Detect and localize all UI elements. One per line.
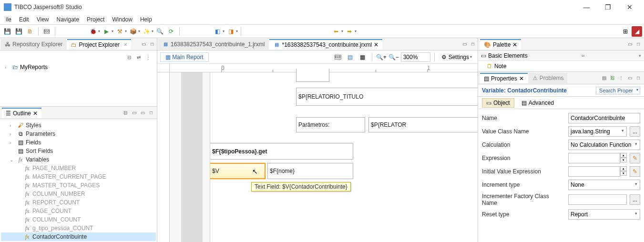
maximize-view-icon[interactable]: □ [148, 40, 156, 48]
perspective-icon[interactable]: ⊞ [620, 26, 631, 37]
tab-close-icon[interactable]: ✕ [374, 41, 378, 48]
tree-var-master-total[interactable]: fxMASTER_TOTAL_PAGES [1, 181, 156, 190]
tab-properties[interactable]: ▤ Properties ✕ [480, 73, 528, 83]
search-icon[interactable]: 🔍 [154, 26, 165, 37]
forward-icon[interactable]: ➡ [344, 26, 355, 37]
text-field-tipo-pessoa[interactable]: $F{$tipoPessoa}.get [210, 143, 353, 160]
minimize-view-icon[interactable]: ▭ [626, 40, 634, 48]
tree-styles[interactable]: ›🖌Styles [1, 121, 156, 130]
menu-help[interactable]: Help [136, 15, 156, 24]
menu-file[interactable]: ile [2, 15, 15, 24]
project-root[interactable]: › 🗁 MyReports [3, 63, 154, 71]
main-report-button[interactable]: ▦ Main Report [160, 52, 209, 62]
tab-outline[interactable]: ☰ Outline ✕ [2, 108, 41, 118]
outline-thumb-icon[interactable]: ▭ [130, 109, 138, 117]
browse-factory-button[interactable]: ... [630, 194, 640, 205]
minimize-view-icon[interactable]: ▭ [140, 40, 147, 48]
maximize-view-icon[interactable]: □ [634, 74, 642, 82]
chevron-down-icon[interactable]: ▾ [639, 53, 641, 58]
drawer-basic-elements[interactable]: ▭ Basic Elements ∞ ▾ [478, 50, 644, 61]
package-icon[interactable]: 📦 [128, 26, 138, 37]
mode-object-button[interactable]: ▭ Object [482, 98, 514, 108]
jasper-perspective-icon[interactable]: ◢ [632, 26, 642, 37]
tool2-icon[interactable]: ◨ [225, 26, 236, 37]
props-menu-icon[interactable]: ▤ [600, 74, 608, 82]
input-initial-expression[interactable] [568, 166, 620, 177]
text-field-relator[interactable]: $P{RELATOR [368, 117, 478, 132]
grid-icon[interactable]: ▦ [358, 52, 368, 62]
outline-tree-icon[interactable]: ⊟ [122, 109, 129, 117]
tool-icon[interactable]: ◧ [212, 26, 223, 37]
expand-icon[interactable]: › [5, 65, 10, 70]
zoom-combo[interactable] [401, 52, 430, 62]
static-text-parametros[interactable]: Parâmetros: [296, 117, 365, 132]
tab-problems[interactable]: ⚠ Problems [529, 73, 568, 83]
browse-class-button[interactable]: ... [630, 126, 640, 137]
tree-variables[interactable]: ⌄fxVariables [1, 155, 156, 164]
minimize-view-icon[interactable]: ▭ [460, 40, 468, 48]
tab-palette[interactable]: 🎨 Palette ✕ [480, 39, 521, 50]
close-button[interactable]: ✕ [619, 0, 640, 14]
run-icon[interactable]: ▶ [101, 26, 112, 37]
collapse-all-icon[interactable]: ⊟ [125, 53, 133, 61]
tree-parameters[interactable]: ›⧉Parameters [1, 130, 156, 138]
minimize-view-icon[interactable]: ▭ [139, 109, 146, 117]
maximize-view-icon[interactable]: □ [147, 109, 155, 117]
tree-var-master-current[interactable]: fxMASTER_CURRENT_PAGE [1, 172, 156, 181]
tree-var-column-count[interactable]: fxCOLUMN_COUNT [1, 215, 156, 224]
menu-window[interactable]: Window [108, 15, 136, 24]
editor-tab-1[interactable]: ▦ 1638382537543_contribuinte_1.jrxml [158, 39, 268, 50]
view-menu-icon[interactable]: ⋮ [144, 53, 152, 61]
editor-tab-2[interactable]: ▦ *1638382537543_contribuinte.jrxml ✕ [269, 39, 382, 50]
combo-calculation[interactable] [568, 140, 640, 150]
tree-var-column-number[interactable]: fxCOLUMN_NUMBER [1, 190, 156, 198]
minimize-button[interactable]: — [576, 0, 597, 14]
view-menu-icon[interactable]: ⋮ [617, 74, 625, 82]
text-field-titulo[interactable]: $P{RELATORIO_TITULO [296, 88, 478, 106]
tab-close-icon[interactable]: ✕ [123, 42, 127, 47]
settings-button[interactable]: ⚙ Settings ▾ [439, 53, 475, 61]
image-placeholder[interactable] [296, 69, 329, 82]
combo-value-class[interactable] [568, 126, 627, 137]
dataset-icon[interactable]: ▤ [345, 52, 356, 62]
zoom-in-icon[interactable]: 🔍+ [376, 52, 387, 62]
link-editor-icon[interactable]: ⇄ [135, 53, 143, 61]
save-all-icon[interactable]: 💾 [13, 26, 24, 37]
toggle-icon[interactable]: 010 [41, 26, 52, 37]
text-field-sv-selected[interactable]: $V [210, 163, 266, 179]
menu-edit[interactable]: Edit [15, 15, 33, 24]
zoom-out-icon[interactable]: 🔍− [388, 52, 399, 62]
debug-icon[interactable]: 🐞 [88, 26, 98, 37]
tree-var-page-count[interactable]: fxPAGE_COUNT [1, 207, 156, 215]
input-name[interactable] [568, 113, 640, 123]
combo-increment-type[interactable] [568, 180, 640, 190]
back-icon[interactable]: ⬅ [331, 26, 341, 37]
input-expression[interactable] [568, 153, 620, 163]
tab-close-icon[interactable]: ✕ [512, 41, 517, 48]
menu-navigate[interactable]: Navigate [53, 15, 83, 24]
palette-item-note[interactable]: 🗒 Note [478, 61, 644, 71]
combo-reset-type[interactable] [568, 209, 640, 220]
menu-project[interactable]: Project [83, 15, 108, 24]
tree-sort-fields[interactable]: ▤Sort Fields [1, 147, 156, 155]
mode-advanced-button[interactable]: ▤ Advanced [517, 98, 558, 108]
search-properties-button[interactable]: Search Proper [596, 87, 640, 94]
input-incrementer-factory[interactable] [568, 194, 627, 205]
tree-var-contador[interactable]: fxContadorContribuinte [1, 232, 156, 241]
text-field-nome[interactable]: $F{nome} [267, 163, 353, 179]
report-page[interactable]: $P{RELATORIO_TITULO Parâmetros: $P{RELAT… [210, 72, 478, 242]
tab-project-explorer[interactable]: 🗀 Project Explorer ✕ [67, 39, 131, 50]
minimize-view-icon[interactable]: ▭ [626, 74, 634, 82]
maximize-view-icon[interactable]: □ [469, 40, 477, 48]
maximize-button[interactable]: ❐ [597, 0, 619, 14]
design-canvas[interactable]: 0 1 $P{RELATORIO_TITULO Parâmetros: [157, 64, 478, 242]
save-as-icon[interactable]: 🗎 [25, 26, 35, 37]
build-icon[interactable]: ⚒ [114, 26, 125, 37]
tree-var-gtipo[interactable]: fxg_tipo_pessoa_COUNT [1, 224, 156, 232]
tab-repository-explorer[interactable]: 🖧 Repository Explorer [1, 39, 66, 50]
wizard-icon[interactable]: ✨ [141, 26, 152, 37]
tree-var-page-number[interactable]: fxPAGE_NUMBER [1, 164, 156, 172]
edit-initial-expression-button[interactable]: ✎ [630, 166, 640, 177]
tab-close-icon[interactable]: ✕ [519, 75, 524, 82]
menu-view[interactable]: View [33, 15, 53, 24]
